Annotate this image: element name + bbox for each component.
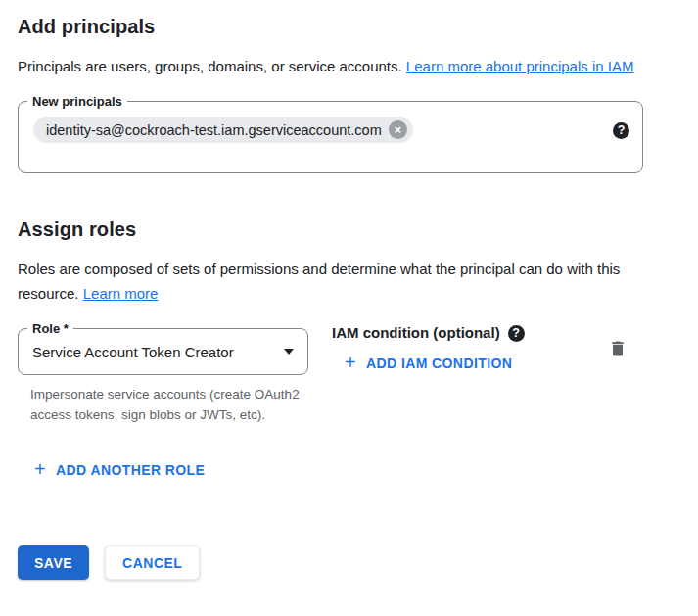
add-another-role-label: ADD ANOTHER ROLE: [56, 462, 205, 478]
role-column: Role * Service Account Token Creator Imp…: [18, 328, 308, 425]
iam-condition-label-row: IAM condition (optional) ?: [332, 324, 525, 342]
role-dropdown[interactable]: Role * Service Account Token Creator: [18, 328, 308, 375]
actions-row: SAVE CANCEL: [18, 545, 643, 580]
add-principals-panel: Add principals Principals are users, gro…: [0, 0, 698, 580]
learn-more-roles-link[interactable]: Learn more: [83, 285, 159, 302]
chip-remove-icon[interactable]: ×: [389, 120, 407, 139]
delete-role-button[interactable]: [608, 339, 628, 358]
iam-condition-label: IAM condition (optional): [332, 324, 500, 342]
role-row: Role * Service Account Token Creator Imp…: [18, 328, 643, 425]
principal-chip-label: identity-sa@cockroach-test.iam.gservicea…: [46, 122, 382, 138]
plus-icon: +: [34, 461, 46, 477]
add-another-role-button[interactable]: + ADD ANOTHER ROLE: [26, 456, 212, 484]
dropdown-arrow-icon: [284, 349, 294, 355]
plus-icon: +: [345, 355, 356, 370]
role-dropdown-label: Role *: [27, 320, 73, 337]
principal-chip: identity-sa@cockroach-test.iam.gservicea…: [33, 117, 413, 143]
add-iam-condition-button[interactable]: + ADD IAM CONDITION: [337, 350, 520, 377]
add-principals-description-text: Principals are users, groups, domains, o…: [18, 58, 402, 74]
new-principals-help-icon[interactable]: ?: [613, 122, 629, 139]
iam-condition-column: IAM condition (optional) ? + ADD IAM CON…: [332, 324, 525, 377]
iam-condition-help-icon[interactable]: ?: [508, 325, 525, 342]
assign-roles-section: Assign roles Roles are composed of sets …: [18, 216, 643, 484]
trash-icon: [608, 339, 628, 358]
learn-more-principals-link[interactable]: Learn more about principals in IAM: [406, 58, 634, 74]
add-principals-title: Add principals: [18, 14, 643, 39]
cancel-button[interactable]: CANCEL: [105, 545, 200, 580]
add-iam-condition-label: ADD IAM CONDITION: [366, 355, 512, 371]
new-principals-field[interactable]: New principals identity-sa@cockroach-tes…: [18, 101, 643, 173]
new-principals-field-label: New principals: [27, 93, 127, 110]
add-principals-description: Principals are users, groups, domains, o…: [18, 54, 643, 78]
role-dropdown-value: Service Account Token Creator: [32, 344, 276, 360]
save-button[interactable]: SAVE: [18, 545, 89, 580]
assign-roles-description: Roles are composed of sets of permission…: [18, 257, 643, 306]
role-helper-text: Impersonate service accounts (create OAu…: [30, 384, 304, 425]
assign-roles-title: Assign roles: [18, 216, 643, 242]
